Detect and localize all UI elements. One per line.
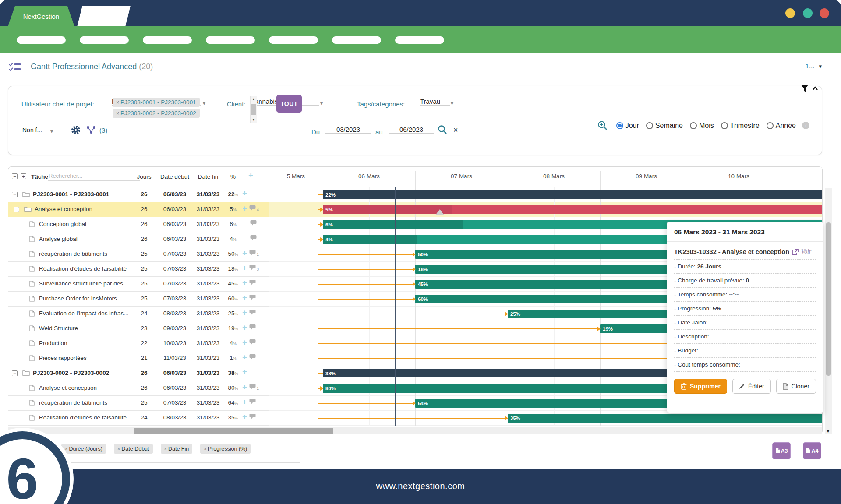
add-subtask-icon[interactable]: + — [242, 355, 247, 360]
table-row[interactable]: Pièces rapportées2111/03/2331/03/231%+ — [8, 351, 269, 366]
comment-icon[interactable] — [249, 280, 256, 285]
progress-drag-marker[interactable] — [435, 209, 444, 215]
scroll-down-icon[interactable]: ▼ — [252, 118, 255, 122]
comment-icon[interactable] — [249, 354, 256, 360]
scroll-thumb[interactable] — [251, 104, 256, 115]
collapse-chevron-icon[interactable] — [812, 86, 818, 91]
tags-filter-input[interactable] — [420, 98, 450, 106]
task-name[interactable]: récupération de bâtiments — [39, 399, 107, 406]
nav-pill[interactable] — [143, 36, 192, 44]
table-row[interactable]: −Analyse et conception2606/03/2331/03/23… — [8, 202, 269, 217]
table-row[interactable]: récupération de bâtiments2507/03/2331/03… — [8, 396, 269, 411]
table-row[interactable]: Purchase Order for InsMotors2507/03/2331… — [8, 292, 269, 307]
add-subtask-icon[interactable]: + — [242, 399, 247, 405]
comment-icon[interactable] — [250, 220, 257, 226]
comment-icon[interactable] — [249, 205, 256, 211]
radio-icon[interactable] — [690, 122, 697, 129]
collapse-row-icon[interactable]: − — [12, 370, 18, 376]
date-fin-column-header[interactable]: Date fin — [192, 173, 224, 180]
zoom-in-icon[interactable] — [597, 120, 608, 130]
add-subtask-icon[interactable]: + — [242, 265, 247, 271]
table-row[interactable]: Réalisation d'études de faisabilité2507/… — [8, 262, 269, 277]
gantt-bar[interactable]: 22% — [323, 190, 823, 199]
table-row[interactable]: Conception global2606/03/2331/03/236% — [8, 217, 269, 232]
brand-tab[interactable]: NextGestion — [8, 6, 74, 26]
table-row[interactable]: Weld Structure2309/03/2331/03/2319%+ — [8, 321, 269, 336]
add-subtask-icon[interactable]: + — [242, 295, 247, 300]
comment-icon[interactable] — [249, 414, 256, 419]
gear-icon[interactable] — [71, 125, 81, 135]
comment-icon[interactable] — [250, 235, 257, 241]
table-row[interactable]: Production2210/03/2331/03/234%+ — [8, 336, 269, 351]
task-name[interactable]: Production — [39, 340, 67, 346]
jours-column-header[interactable]: Jours — [131, 173, 157, 180]
table-row[interactable]: Réalisation d'études de faisabilité2408/… — [8, 411, 269, 426]
task-name[interactable]: PJ2303-0002 - PJ2303-0002 — [33, 370, 109, 376]
add-subtask-icon[interactable]: + — [242, 206, 247, 211]
comment-icon[interactable] — [249, 295, 256, 300]
horizontal-scrollbar[interactable]: ◀ — [8, 427, 823, 434]
expand-all-icon[interactable]: + — [21, 173, 26, 179]
task-name[interactable]: Weld Structure — [39, 325, 78, 331]
task-name[interactable]: Analyse et conception — [39, 384, 97, 391]
remove-chip-icon[interactable]: × — [116, 110, 119, 116]
view-mode-jour[interactable]: Jour — [616, 122, 639, 130]
remove-chip-icon[interactable]: × — [116, 99, 119, 106]
view-mode-mois[interactable]: Mois — [690, 122, 714, 130]
remove-chip-icon[interactable]: × — [204, 446, 206, 451]
project-filter-chip[interactable]: ×PJ2303-0002 - PJ2303-0002 — [113, 109, 200, 118]
nav-pill[interactable] — [206, 36, 255, 44]
export-a4-button[interactable]: A4 — [803, 442, 821, 459]
add-task-icon[interactable]: + — [248, 173, 253, 178]
radio-icon[interactable] — [616, 122, 623, 129]
pagination-selector[interactable]: 1...▾ — [806, 62, 822, 70]
chip-scrollbar[interactable]: ▲ ▼ — [250, 96, 257, 123]
column-chip[interactable]: ×Date Fin — [161, 444, 193, 454]
remove-chip-icon[interactable]: × — [65, 446, 67, 451]
task-name[interactable]: Analyse global — [39, 236, 78, 242]
hierarchy-icon[interactable] — [86, 126, 96, 134]
comment-icon[interactable] — [249, 339, 256, 345]
collapse-row-icon[interactable]: − — [12, 192, 18, 197]
nav-pill[interactable] — [17, 36, 66, 44]
nav-pill[interactable] — [269, 36, 318, 44]
task-name[interactable]: Evaluation de l'impact des infras... — [39, 310, 128, 317]
external-link-icon[interactable] — [792, 249, 799, 255]
task-name[interactable]: Analyse et conception — [35, 206, 92, 212]
add-subtask-icon[interactable]: + — [242, 280, 247, 285]
chevron-down-icon[interactable]: ▾ — [50, 128, 53, 134]
supprimer-button[interactable]: Supprimer — [674, 379, 727, 394]
task-name[interactable]: Conception global — [39, 221, 86, 227]
task-name[interactable]: Purchase Order for InsMotors — [39, 295, 117, 302]
info-icon[interactable]: i — [802, 122, 809, 129]
table-row[interactable]: Analyse global2606/03/2331/03/234% — [8, 232, 269, 247]
remove-chip-icon[interactable]: × — [117, 446, 120, 451]
table-row[interactable]: −PJ2303-0002 - PJ2303-00022606/03/2331/0… — [8, 366, 269, 381]
column-chip[interactable]: ×Date Début — [114, 444, 153, 454]
vertical-scrollbar[interactable]: ▼ — [825, 188, 832, 434]
comment-icon[interactable] — [249, 399, 256, 405]
radio-icon[interactable] — [721, 122, 728, 129]
column-chip[interactable]: ×Durée (Jours) — [61, 444, 106, 454]
gantt-bar[interactable]: 5% — [323, 205, 823, 214]
add-subtask-icon[interactable]: + — [242, 340, 247, 345]
scroll-down-icon[interactable]: ▼ — [826, 429, 830, 434]
date-from-input[interactable] — [325, 126, 371, 134]
nav-pill[interactable] — [395, 36, 444, 44]
collapse-all-icon[interactable]: − — [12, 173, 18, 179]
table-row[interactable]: Evaluation de l'impact des infras...2408… — [8, 307, 269, 321]
clear-filter-icon[interactable]: × — [453, 126, 458, 135]
editer-button[interactable]: Éditer — [732, 379, 771, 394]
percent-column-header[interactable]: % — [224, 173, 242, 180]
cloner-button[interactable]: Cloner — [776, 379, 816, 394]
view-mode-semaine[interactable]: Semaine — [646, 122, 683, 130]
comment-icon[interactable] — [249, 384, 256, 390]
tout-button[interactable]: TOUT — [276, 95, 302, 113]
vertical-scroll-thumb[interactable] — [826, 222, 831, 376]
add-subtask-icon[interactable]: + — [242, 310, 247, 315]
search-icon[interactable] — [438, 125, 447, 134]
window-maximize-dot[interactable] — [803, 8, 813, 18]
add-subtask-icon[interactable]: + — [242, 384, 247, 390]
scroll-up-icon[interactable]: ▲ — [252, 97, 255, 101]
add-subtask-icon[interactable]: + — [242, 414, 247, 419]
